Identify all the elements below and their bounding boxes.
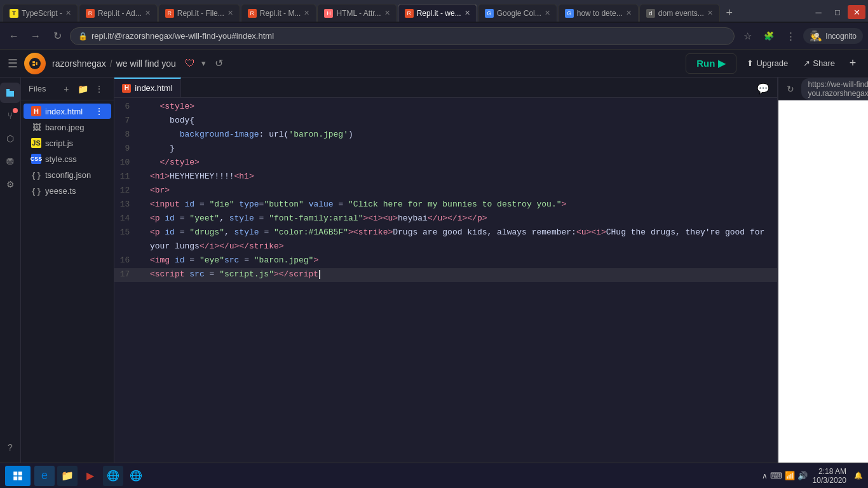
chat-icon[interactable]: 💬 <box>757 83 770 95</box>
run-play-icon: ▶ <box>718 58 726 69</box>
upgrade-button[interactable]: ⬆ Upgrade <box>742 56 793 71</box>
tab-close-replit-file[interactable]: ✕ <box>227 9 233 17</box>
line-number-9: 9 <box>114 142 140 156</box>
tab-replit-ad[interactable]: R Repl.it - Ad... ✕ <box>79 4 158 22</box>
repl-name[interactable]: we will find you <box>116 58 176 69</box>
editor-tab-label: index.html <box>135 83 172 93</box>
line-content-15: <p id = "drugs", style = "color:#1A6B5F"… <box>140 226 777 240</box>
file-item-style-css[interactable]: CSS style.css ⋮ <box>24 151 111 166</box>
file-menu-button[interactable]: ⋮ <box>92 82 106 96</box>
back-button[interactable]: ← <box>5 27 23 45</box>
sidebar-settings-icon[interactable]: ⚙ <box>0 174 20 194</box>
tab-replit-m[interactable]: R Repl.it - M... ✕ <box>241 4 317 22</box>
close-button[interactable]: ✕ <box>848 5 865 19</box>
tab-close-typescript[interactable]: ✕ <box>65 9 71 17</box>
share-button[interactable]: ↗ Share <box>798 56 840 71</box>
tab-favicon-howto: G <box>565 9 574 18</box>
branch-selector[interactable]: ▾ <box>201 58 206 68</box>
windows-logo-icon <box>12 470 24 482</box>
start-button[interactable] <box>5 466 31 486</box>
history-icon[interactable]: ↺ <box>215 57 223 69</box>
forward-button[interactable]: → <box>27 27 44 45</box>
extensions-button[interactable]: 🧩 <box>760 27 778 45</box>
tab-label-typescript: TypeScript - <box>22 9 62 18</box>
minimize-button[interactable]: ─ <box>810 5 827 19</box>
username[interactable]: razorshnegax <box>52 58 106 69</box>
replit-logo-icon <box>29 58 41 69</box>
tab-replit-file[interactable]: R Repl.it - File... ✕ <box>158 4 240 22</box>
tab-close-replit-m[interactable]: ✕ <box>304 9 309 17</box>
tab-html-attr[interactable]: H HTML - Attr... ✕ <box>317 4 397 22</box>
file-item-script-js[interactable]: JS script.js ⋮ <box>24 135 111 151</box>
sidebar-help-icon[interactable]: ? <box>0 437 20 458</box>
file-item-tsconfig[interactable]: { } tsconfig.json ⋮ <box>24 167 111 182</box>
taskbar-edge2-icon[interactable]: 🌐 <box>126 466 146 486</box>
bookmark-button[interactable]: ☆ <box>738 27 756 45</box>
share-icon: ↗ <box>803 58 810 68</box>
edge-icon: 🌐 <box>107 470 119 482</box>
code-line-16: 16 <img id = "eye"src = "baron.jpeg"> <box>114 254 777 268</box>
tab-close-dom[interactable]: ✕ <box>707 9 713 17</box>
run-button[interactable]: Run ▶ <box>686 53 736 74</box>
tab-favicon-google: G <box>485 9 494 18</box>
tab-close-active[interactable]: ✕ <box>465 9 470 17</box>
taskbar: e 📁 ▶ 🌐 🌐 ∧ ⌨ 📶 🔊 2:18 AM 10/3/2020 🔔 <box>0 463 868 488</box>
keyboard-icon: ⌨ <box>770 471 782 480</box>
arrow-up-icon[interactable]: ∧ <box>762 471 768 480</box>
new-tab-button[interactable]: + <box>721 4 738 22</box>
tab-google[interactable]: G Google Col... ✕ <box>478 4 557 22</box>
taskbar-media-icon[interactable]: ▶ <box>80 466 100 486</box>
code-line-17: 17 <script src = "script.js"></script <box>114 268 777 282</box>
code-line-7: 7 body{ <box>114 114 777 128</box>
add-button[interactable]: + <box>845 56 860 71</box>
new-folder-button[interactable]: 📁 <box>76 82 90 96</box>
maximize-button[interactable]: □ <box>829 5 846 19</box>
file-item-baron-jpeg[interactable]: 🖼 baron.jpeg ⋮ <box>24 119 111 135</box>
upgrade-label: Upgrade <box>756 58 788 68</box>
refresh-button[interactable]: ↻ <box>48 27 66 45</box>
sidebar-db-icon[interactable]: ⛃ <box>0 151 20 172</box>
sidebar-packages-icon[interactable]: ⬡ <box>0 128 20 149</box>
file-item-menu-index[interactable]: ⋮ <box>95 106 104 116</box>
address-text: repl.it/@razorshnegax/we-will-find-you#i… <box>92 31 274 41</box>
packages-icon: ⬡ <box>6 133 14 144</box>
settings-icon: ⚙ <box>6 179 15 189</box>
tab-favicon-replit-ad: R <box>86 9 95 18</box>
sidebar-git-icon[interactable]: ⑂ <box>0 105 20 126</box>
code-line-6: 6 <style> <box>114 100 777 114</box>
tab-typescript[interactable]: T TypeScript - ✕ <box>3 4 78 22</box>
sidebar-files-icon[interactable] <box>0 83 20 103</box>
tab-close-google[interactable]: ✕ <box>545 9 550 17</box>
hamburger-icon[interactable]: ☰ <box>8 57 18 71</box>
tab-favicon-typescript: T <box>10 9 18 18</box>
address-bar[interactable]: 🔒 repl.it/@razorshnegax/we-will-find-you… <box>70 27 735 45</box>
nav-bar: ← → ↻ 🔒 repl.it/@razorshnegax/we-will-fi… <box>0 23 868 50</box>
settings-button[interactable]: ⋮ <box>782 27 799 45</box>
breadcrumb-separator: / <box>110 58 112 69</box>
file-name-yeese: yeese.ts <box>45 186 91 196</box>
tab-close-html[interactable]: ✕ <box>384 9 390 17</box>
tab-close-replit-ad[interactable]: ✕ <box>145 9 151 17</box>
taskbar-ie-icon[interactable]: e <box>34 466 55 486</box>
tab-replit-active[interactable]: R Repl.it - we... ✕ <box>398 4 477 22</box>
taskbar-right: ∧ ⌨ 📶 🔊 2:18 AM 10/3/2020 🔔 <box>762 467 863 485</box>
new-file-button[interactable]: + <box>59 82 73 96</box>
tab-howto[interactable]: G how to dete... ✕ <box>558 4 639 22</box>
notification-button[interactable]: 🔔 <box>854 471 863 480</box>
preview-toolbar: ↻ https://we-will-find-you.razorshnegax.… <box>778 78 868 100</box>
html-file-icon: H <box>31 106 41 116</box>
file-item-yeese-ts[interactable]: { } yeese.ts ⋮ <box>24 183 111 198</box>
editor-tab-index[interactable]: H index.html <box>114 78 180 97</box>
preview-refresh-button[interactable]: ↻ <box>783 82 797 96</box>
editor-content[interactable]: 6 <style> 7 body{ 8 background-image: ur… <box>114 98 777 463</box>
taskbar-edge-icon[interactable]: 🌐 <box>103 466 123 486</box>
taskbar-explorer-icon[interactable]: 📁 <box>57 466 78 486</box>
tab-favicon-html: H <box>324 9 333 18</box>
img-file-icon: 🖼 <box>31 122 41 132</box>
window-controls: ─ □ ✕ <box>810 5 865 22</box>
file-item-index-html[interactable]: H index.html ⋮ <box>24 104 111 119</box>
tab-favicon-replit-m: R <box>248 9 257 18</box>
tab-dom[interactable]: d dom events... ✕ <box>639 4 720 22</box>
tab-close-howto[interactable]: ✕ <box>626 9 632 17</box>
preview-url-bar[interactable]: https://we-will-find-you.razorshnegax.re… <box>801 78 868 100</box>
